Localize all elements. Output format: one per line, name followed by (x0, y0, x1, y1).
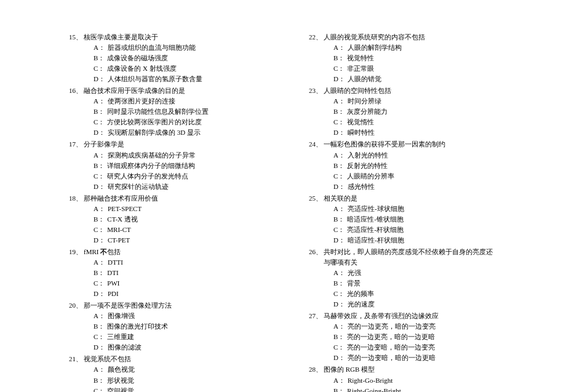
option-text: 人眼的错觉 (348, 74, 498, 84)
question: 16、融合技术应用于医学成像的目的是A：使两张图片更好的连接B：同时显示功能性信… (68, 86, 258, 138)
option: A：亮适应性-球状细胞 (308, 204, 498, 214)
option-label: C： (333, 171, 347, 182)
option-text: 图像的激光打印技术 (107, 321, 258, 332)
option-label: A： (94, 96, 108, 106)
option-label: A： (94, 311, 108, 321)
option-text: 图像增强 (108, 311, 258, 321)
option: D：CT-PET (68, 235, 258, 246)
option: D：瞬时特性 (308, 127, 498, 138)
option: B：图像的激光打印技术 (68, 321, 258, 332)
option-label: C： (333, 117, 347, 127)
option-label: A： (94, 364, 108, 375)
option: C：方便比较两张医学图片的对比度 (68, 117, 258, 127)
option-label: A： (94, 257, 108, 268)
option-text: PDI (108, 289, 258, 299)
question-stem: 23、人眼睛的空间特性包括 (308, 86, 498, 96)
question: 19、fMRI 不包括A：DTTIB：DTIC：PWID：PDI (68, 247, 258, 299)
option-text: 颜色视觉 (108, 364, 258, 375)
option-label: B： (333, 106, 347, 117)
option-text: 亮适应性-杆状细胞 (347, 225, 498, 235)
option-text: 使两张图片更好的连接 (108, 96, 258, 106)
option-text: 感光特性 (348, 182, 498, 192)
question: 15、核医学成像主要是取决于A：脏器或组织的血流与细胞功能B：成像设备的磁场强度… (68, 32, 258, 84)
option-text: PET-SPECT (108, 204, 258, 214)
option-text: 亮的一边更亮，暗的一边变亮 (348, 321, 498, 332)
question: 28、图像的 RGB 模型A：Right-Go-BrightB：Right-Go… (308, 364, 498, 392)
option-label: B： (94, 268, 107, 278)
option-text: 光的频率 (347, 289, 498, 299)
question-stem: 25、相关联的是 (308, 193, 498, 204)
question-text: 相关联的是 (324, 193, 498, 204)
option-label: B： (94, 53, 107, 63)
option: A：颜色视觉 (68, 364, 258, 375)
option-label: B： (94, 106, 107, 117)
question-number: 18、 (68, 193, 84, 204)
option-label: D： (333, 353, 348, 363)
option-label: A： (94, 150, 108, 161)
option: B：CT-X 透视 (68, 214, 258, 225)
option-label: A： (94, 204, 108, 214)
option-text: 探测构成疾病基础的分子异常 (108, 150, 258, 161)
option: C：亮适应性-杆状细胞 (308, 225, 498, 235)
option-label: A： (333, 375, 348, 386)
option-label: D： (94, 289, 108, 299)
question-number: 19、 (68, 247, 84, 257)
option-text: 研究探针的运动轨迹 (108, 182, 258, 192)
option: A：PET-SPECT (68, 204, 258, 214)
option: B：视觉特性 (308, 53, 498, 63)
option: B：反射光的特性 (308, 161, 498, 171)
option: C：PWI (68, 278, 258, 289)
question-number: 27、 (308, 311, 324, 321)
option: B：暗适应性-锥状细胞 (308, 214, 498, 225)
question-text: 一幅彩色图像的获得不受那一因素的制约 (324, 139, 498, 150)
option-text: 亮的一边变暗，暗的一边更暗 (348, 353, 498, 363)
option-text: DTTI (108, 257, 258, 268)
option: B：亮的一边更亮，暗的一边更暗 (308, 332, 498, 342)
option: C：人眼睛的分辨率 (308, 171, 498, 182)
option-text: 图像的滤波 (108, 342, 258, 353)
option: C：空间视觉 (68, 386, 258, 392)
option: A：DTTI (68, 257, 258, 268)
option-label: A： (333, 96, 348, 106)
option-label: B： (94, 161, 107, 171)
option-text: 非正常眼 (347, 63, 498, 74)
question-text: 视觉系统不包括 (84, 354, 258, 364)
option: D：亮的一边变暗，暗的一边更暗 (308, 353, 498, 363)
question-text: 融合技术应用于医学成像的目的是 (84, 86, 258, 96)
option-label: A： (333, 204, 348, 214)
option-label: D： (333, 235, 348, 246)
option-text: 三维重建 (107, 332, 258, 342)
option-text: 空间视觉 (107, 386, 258, 392)
question: 20、那一项不是医学图像处理方法A：图像增强B：图像的激光打印技术C：三维重建D… (68, 300, 258, 353)
option: D：人眼的错觉 (308, 74, 498, 84)
question-number: 15、 (68, 32, 84, 42)
option-text: DTI (107, 268, 258, 278)
option-text: 人眼睛的分辨率 (347, 171, 498, 182)
option-label: A： (333, 42, 348, 53)
option: A：Right-Go-Bright (308, 375, 498, 386)
option: C：亮的一边变暗，暗的一边变亮 (308, 342, 498, 353)
option: A：人眼的解剖学结构 (308, 42, 498, 53)
option-text: 研究人体内分子的发光特点 (107, 171, 258, 182)
question: 18、那种融合技术有应用价值A：PET-SPECTB：CT-X 透视C：MRI-… (68, 193, 258, 246)
question-text: 分子影像学是 (84, 139, 258, 150)
question-number: 20、 (68, 300, 84, 311)
option: C：视觉惰性 (308, 117, 498, 127)
option: B：Right-Going-Bright (308, 386, 498, 392)
option-text: 亮的一边更亮，暗的一边更暗 (347, 332, 498, 342)
option-text: 光的速度 (348, 299, 498, 310)
option-label: C： (94, 332, 107, 342)
question-number: 24、 (308, 139, 324, 150)
question: 25、相关联的是A：亮适应性-球状细胞B：暗适应性-锥状细胞C：亮适应性-杆状细… (308, 193, 498, 246)
option-text: 光强 (348, 268, 498, 278)
question: 24、一幅彩色图像的获得不受那一因素的制约A：入射光的特性B：反射光的特性C：人… (308, 139, 498, 191)
option: D：感光特性 (308, 182, 498, 192)
question-stem: 17、分子影像学是 (68, 139, 258, 150)
option-label: B： (333, 161, 347, 171)
option: C：三维重建 (68, 332, 258, 342)
option-text: 人体组织与器官的氢原子数含量 (108, 74, 258, 84)
option-text: 暗适应性-锥状细胞 (347, 214, 498, 225)
option: D：图像的滤波 (68, 342, 258, 353)
option: A：时间分辨绿 (308, 96, 498, 106)
option-text: 实现断层解剖学成像的 3D 显示 (108, 127, 258, 138)
